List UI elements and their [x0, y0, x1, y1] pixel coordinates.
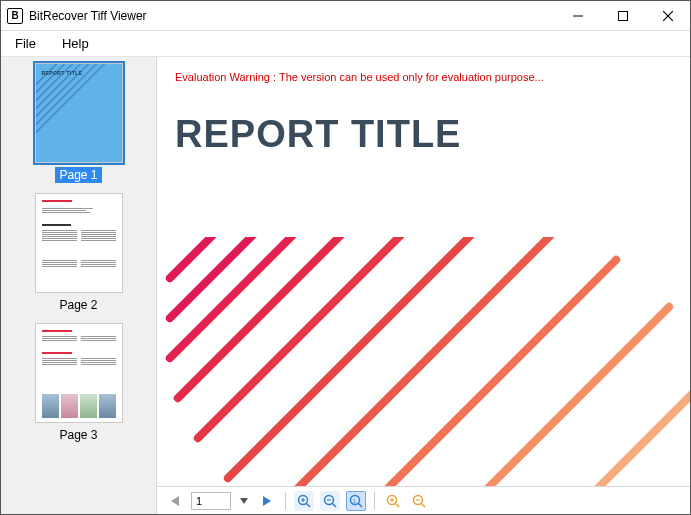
- titlebar: B BitRecover Tiff Viewer: [1, 1, 690, 31]
- svg-text:1: 1: [353, 497, 357, 503]
- viewer-area: Evaluation Warning : The version can be …: [157, 57, 690, 514]
- svg-line-15: [359, 503, 363, 507]
- fit-width-button[interactable]: [320, 491, 340, 511]
- app-icon: B: [7, 8, 23, 24]
- prev-page-button[interactable]: [165, 491, 185, 511]
- thumbnail-label: Page 1: [55, 167, 101, 183]
- thumbnail-item[interactable]: Page 3: [35, 323, 123, 443]
- close-button[interactable]: [645, 1, 690, 30]
- thumbnail-item[interactable]: Page 2: [35, 193, 123, 313]
- document-page: Evaluation Warning : The version can be …: [157, 57, 690, 486]
- svg-rect-1: [618, 11, 627, 20]
- thumbnail-panel[interactable]: REPORT TITLE Page 1: [1, 57, 157, 514]
- thumbnail-label: Page 2: [55, 297, 101, 313]
- thumbnail-item[interactable]: REPORT TITLE Page 1: [35, 63, 123, 183]
- svg-marker-4: [171, 496, 179, 506]
- actual-size-button[interactable]: 1: [346, 491, 366, 511]
- svg-line-12: [333, 503, 337, 507]
- content-area: REPORT TITLE Page 1: [1, 57, 690, 514]
- svg-marker-6: [263, 496, 271, 506]
- page-dropdown-button[interactable]: [237, 492, 251, 510]
- page-title: REPORT TITLE: [157, 83, 690, 156]
- svg-marker-5: [240, 498, 248, 504]
- window-title: BitRecover Tiff Viewer: [29, 9, 147, 23]
- minimize-button[interactable]: [555, 1, 600, 30]
- zoom-in-button[interactable]: [383, 491, 403, 511]
- viewer-toolbar: 1: [157, 486, 690, 514]
- thumbnail-label: Page 3: [55, 427, 101, 443]
- next-page-button[interactable]: [257, 491, 277, 511]
- maximize-button[interactable]: [600, 1, 645, 30]
- svg-line-8: [307, 503, 311, 507]
- page-graphic: [157, 237, 690, 486]
- svg-line-22: [422, 503, 426, 507]
- zoom-out-button[interactable]: [409, 491, 429, 511]
- evaluation-warning: Evaluation Warning : The version can be …: [157, 57, 690, 83]
- thumbnail-image[interactable]: [35, 193, 123, 293]
- fit-page-button[interactable]: [294, 491, 314, 511]
- page-canvas[interactable]: Evaluation Warning : The version can be …: [157, 57, 690, 486]
- page-number-input[interactable]: [191, 492, 231, 510]
- thumbnail-image[interactable]: [35, 323, 123, 423]
- menu-help[interactable]: Help: [58, 34, 93, 53]
- menu-file[interactable]: File: [11, 34, 40, 53]
- menubar: File Help: [1, 31, 690, 57]
- thumbnail-image[interactable]: REPORT TITLE: [35, 63, 123, 163]
- svg-line-18: [396, 503, 400, 507]
- app-window: B BitRecover Tiff Viewer File Help REPOR…: [0, 0, 691, 515]
